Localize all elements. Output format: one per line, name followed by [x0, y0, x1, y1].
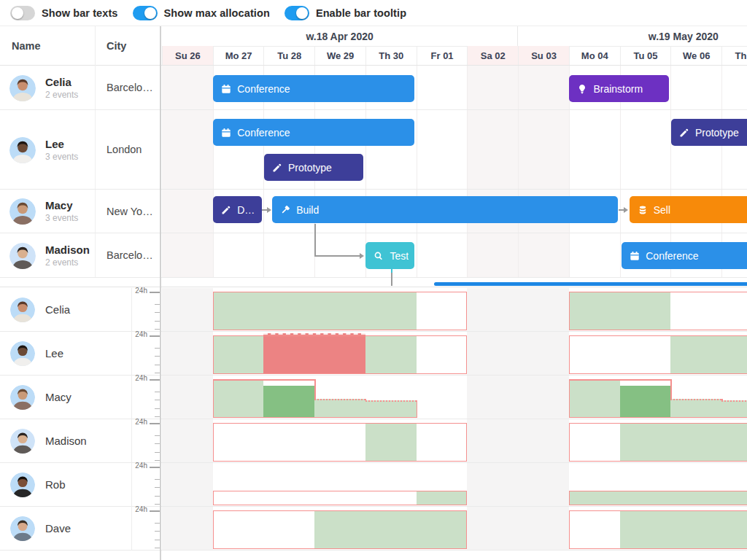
axis-tick-minor	[155, 329, 160, 330]
axis-tick-major	[150, 335, 160, 337]
week-header-1: w.19 May 2020	[518, 26, 747, 46]
histogram-resource-cell-celia[interactable]: Celia	[0, 288, 131, 332]
axis-max-label: 24h	[125, 462, 147, 470]
max-allocation-outline	[569, 292, 747, 330]
horizontal-scrollbar-thumb[interactable]	[434, 282, 747, 286]
histogram-resource-name: Celia	[45, 303, 70, 316]
day-header-we-29[interactable]: We 29	[314, 46, 365, 66]
calendar-icon	[221, 84, 231, 94]
histogram-resource-cell-dave[interactable]: Dave	[0, 507, 131, 551]
event-bar-conference[interactable]: Conference	[622, 242, 747, 269]
dependency-line	[262, 209, 267, 211]
allocation-bar-light	[569, 379, 620, 418]
resource-cell-lee[interactable]: Lee3 events	[0, 110, 95, 190]
max-allocation-outline	[213, 491, 468, 505]
avatar-wrap	[9, 137, 36, 163]
event-bar-prototype[interactable]: Prototype	[264, 154, 363, 181]
day-header-su-26[interactable]: Su 26	[162, 46, 213, 66]
avatar-wrap	[10, 298, 35, 322]
allocation-bar-light	[314, 399, 365, 419]
resource-city: London	[107, 110, 155, 190]
histogram-resource-cell-macy[interactable]: Macy	[0, 376, 131, 419]
day-header-th-07[interactable]: Th 07	[721, 46, 747, 66]
resource-city: Barcelo…	[107, 66, 155, 110]
axis-max-label: 24h	[125, 330, 147, 338]
allocation-bar-light	[365, 400, 417, 418]
day-header-mo-27[interactable]: Mo 27	[213, 46, 264, 66]
axis-tick-minor	[155, 392, 160, 392]
avatar	[10, 385, 35, 410]
axis-tick-minor	[155, 416, 160, 417]
avatar	[10, 516, 35, 541]
max-allocation-left-edge	[213, 379, 214, 418]
axis-tick-minor	[155, 312, 160, 313]
histogram-resource-cell-lee[interactable]: Lee	[0, 332, 131, 376]
avatar	[10, 429, 35, 454]
avatar-wrap	[10, 429, 35, 454]
day-header-we-06[interactable]: We 06	[670, 46, 721, 66]
calendar-icon	[221, 128, 231, 138]
axis-tick-minor	[155, 479, 160, 480]
day-header-su-03[interactable]: Su 03	[518, 46, 569, 66]
event-bar-test[interactable]: Test	[365, 242, 414, 269]
avatar	[9, 75, 36, 101]
event-bar-conference[interactable]: Conference	[213, 75, 414, 102]
header-column-border	[95, 26, 96, 66]
resource-cell-celia[interactable]: Celia2 events	[0, 66, 95, 110]
event-bar-brainstorm[interactable]: Brainstorm	[569, 75, 668, 102]
event-label: Conference	[646, 250, 698, 262]
day-header-sa-02[interactable]: Sa 02	[467, 46, 518, 66]
axis-tick-minor	[155, 443, 160, 444]
avatar	[9, 198, 36, 225]
resource-cell-macy[interactable]: Macy3 events	[0, 190, 95, 233]
day-header-th-30[interactable]: Th 30	[365, 46, 417, 66]
scheduler-pro-app: Show bar textsShow max allocationEnable …	[0, 0, 747, 560]
max-allocation-outline	[569, 510, 747, 549]
panel-splitter-border	[0, 287, 747, 287]
day-header-tu-05[interactable]: Tu 05	[620, 46, 671, 66]
axis-tick-minor	[155, 487, 160, 488]
grid-splitter[interactable]	[160, 26, 161, 560]
event-bar-conference[interactable]: Conference	[213, 119, 414, 146]
day-header-fr-01[interactable]: Fr 01	[417, 46, 468, 66]
axis-tick-minor	[155, 348, 160, 349]
max-allocation-step	[569, 379, 670, 381]
day-gridline	[417, 66, 417, 278]
histogram-resource-name: Lee	[45, 347, 63, 359]
avatar-wrap	[10, 516, 35, 541]
resource-city: New Yo…	[107, 190, 155, 233]
histogram-resource-cell-madison[interactable]: Madison	[0, 419, 131, 463]
week-header-0: w.18 Apr 2020	[162, 26, 518, 46]
allocation-bar-dark	[263, 386, 314, 418]
resource-name: Madison	[45, 244, 90, 256]
pencil-icon	[221, 205, 231, 215]
avatar	[10, 472, 35, 497]
axis-tick-minor	[155, 408, 160, 409]
axis-tick-minor	[155, 523, 160, 524]
avatar-wrap	[9, 75, 36, 101]
axis-tick-minor	[155, 540, 160, 540]
avatar	[9, 243, 36, 269]
avatar-wrap	[10, 385, 35, 410]
event-bar-design[interactable]: Design	[213, 196, 262, 223]
event-bar-sell[interactable]: Sell	[630, 196, 747, 223]
event-label: Conference	[237, 127, 290, 139]
event-label: Prototype	[288, 162, 332, 174]
event-label: Prototype	[695, 127, 739, 139]
day-header-mo-04[interactable]: Mo 04	[569, 46, 620, 66]
axis-max-label: 24h	[125, 374, 147, 382]
event-bar-prototype[interactable]: Prototype	[671, 119, 747, 146]
axis-tick-major	[150, 423, 160, 424]
max-allocation-bottom	[213, 417, 417, 419]
max-allocation-outline	[213, 423, 468, 462]
resource-cell-madison[interactable]: Madison2 events	[0, 233, 95, 278]
dependency-arrowhead	[267, 207, 271, 213]
max-allocation-outline	[569, 491, 747, 505]
event-bar-build[interactable]: Build	[272, 196, 618, 223]
axis-tick-minor	[155, 321, 160, 322]
day-header-tu-28[interactable]: Tu 28	[263, 46, 314, 66]
resource-name: Lee	[45, 138, 64, 150]
histogram-resource-cell-rob[interactable]: Rob	[0, 463, 131, 507]
axis-tick-minor	[155, 356, 160, 357]
name-city-border	[95, 66, 96, 278]
